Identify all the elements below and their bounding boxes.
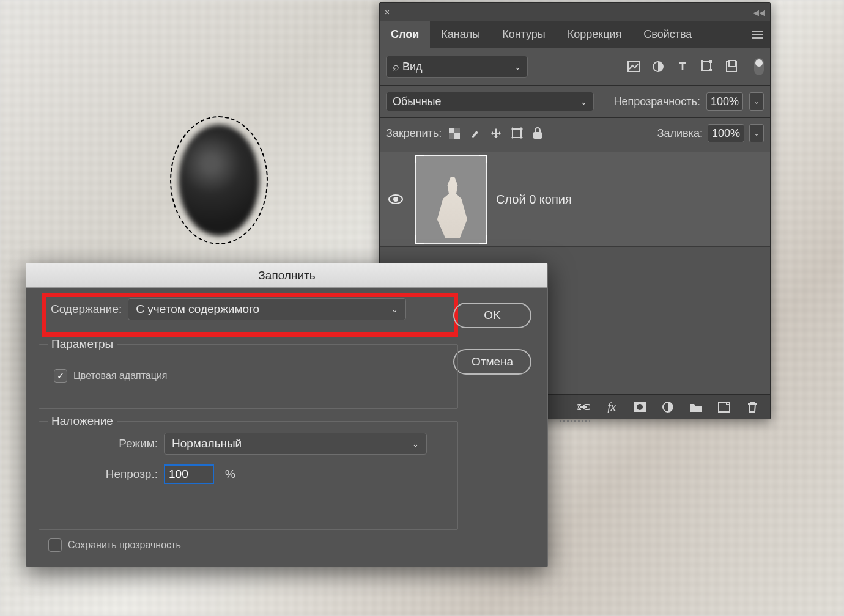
trash-icon[interactable] [746,400,759,414]
opacity-field[interactable]: 100% [706,92,743,111]
panel-tabs: Слои Каналы Контуры Коррекция Свойства [380,21,770,48]
filter-row: ⌕ Вид ⌄ T [380,48,770,86]
link-icon[interactable] [577,400,590,414]
layer-thumbnail[interactable] [415,155,487,244]
svg-rect-13 [513,129,521,138]
tab-adjustments[interactable]: Коррекция [557,21,633,48]
shape-filter-icon[interactable] [700,60,714,73]
content-label: Содержание: [51,302,122,316]
layer-item[interactable]: Слой 0 копия [380,152,770,247]
opacity-label: Непрозр.: [72,468,158,481]
mode-dropdown[interactable]: Нормальный ⌄ [164,433,427,455]
color-adapt-checkbox[interactable] [54,369,67,383]
filter-toggle[interactable] [754,58,764,75]
lock-transparency-icon[interactable] [446,125,462,141]
blend-legend: Наложение [48,414,117,428]
mode-value: Нормальный [172,437,242,450]
preserve-transparency-label: Сохранить прозрачность [68,540,181,551]
svg-rect-8 [729,61,735,67]
chevron-down-icon: ⌄ [514,62,521,72]
tab-paths[interactable]: Контуры [491,21,557,48]
svg-point-22 [637,404,643,410]
panel-menu-icon[interactable] [746,21,770,48]
color-adapt-label: Цветовая адаптация [73,370,168,381]
content-row: Содержание: С учетом содержимого ⌄ [51,298,406,320]
opacity-input[interactable] [164,464,214,484]
svg-rect-9 [449,128,454,133]
cancel-button[interactable]: Отмена [453,349,531,375]
svg-rect-4 [709,61,712,63]
opacity-label: Непрозрачность: [614,95,700,108]
content-value: С учетом содержимого [136,302,259,316]
opacity-stepper[interactable]: ⌄ [749,92,764,111]
chevron-down-icon: ⌄ [412,439,419,449]
fx-icon[interactable]: fx [605,400,618,414]
lock-all-icon[interactable] [530,125,546,141]
adjustment-filter-icon[interactable] [651,60,665,73]
panel-topbar[interactable]: × ◀◀ [380,3,770,21]
params-legend: Параметры [48,337,117,351]
marching-ants [170,116,268,244]
blend-fieldset: Наложение Режим: Нормальный ⌄ Непрозр.: … [39,421,458,530]
svg-rect-11 [454,128,460,133]
blend-row: Обычные ⌄ Непрозрачность: 100% ⌄ [380,86,770,118]
fill-stepper[interactable]: ⌄ [749,124,764,142]
tab-properties[interactable]: Свойства [632,21,703,48]
params-fieldset: Параметры Цветовая адаптация [39,344,458,409]
lock-row: Закрепить: Заливка: 100% ⌄ [380,118,770,149]
lock-move-icon[interactable] [488,125,504,141]
mode-label: Режим: [72,437,158,450]
blend-mode-dropdown[interactable]: Обычные ⌄ [386,92,594,111]
percent-sign: % [225,468,235,481]
color-adapt-row[interactable]: Цветовая адаптация [54,369,449,383]
ok-button[interactable]: OK [453,302,531,328]
svg-rect-18 [533,132,542,139]
adjustment-layer-icon[interactable] [661,400,675,414]
svg-rect-3 [701,61,703,63]
layer-name[interactable]: Слой 0 копия [496,193,572,207]
content-dropdown[interactable]: С учетом содержимого ⌄ [128,298,406,320]
svg-rect-6 [709,69,712,72]
svg-rect-10 [454,133,460,139]
tab-channels[interactable]: Каналы [430,21,491,48]
smartobject-filter-icon[interactable] [725,60,738,73]
fill-dialog: Заполнить Содержание: С учетом содержимо… [26,263,548,567]
resize-grip[interactable] [560,420,590,422]
selection-marquee [170,116,268,244]
dialog-title[interactable]: Заполнить [26,263,547,288]
svg-rect-12 [449,133,454,139]
lock-artboard-icon[interactable] [509,125,525,141]
fill-label: Заливка: [657,127,703,140]
svg-point-20 [393,197,398,202]
new-layer-icon[interactable] [717,400,731,414]
type-filter-icon[interactable]: T [676,60,689,73]
preserve-transparency-checkbox[interactable] [48,538,62,552]
fill-field[interactable]: 100% [708,124,744,142]
tab-layers[interactable]: Слои [380,21,430,48]
collapse-icon[interactable]: ◀◀ [753,8,765,17]
svg-rect-5 [701,69,703,72]
pixel-filter-icon[interactable] [627,60,640,73]
svg-rect-2 [702,62,711,70]
preserve-transparency-row[interactable]: Сохранить прозрачность [48,538,181,552]
svg-rect-24 [719,402,730,412]
lock-label: Закрепить: [386,127,442,140]
mask-icon[interactable] [633,400,646,414]
layer-filter-kind[interactable]: ⌕ Вид ⌄ [386,56,528,78]
lock-brush-icon[interactable] [467,125,483,141]
thumbnail-content [434,177,471,238]
visibility-icon[interactable] [385,194,407,205]
close-icon[interactable]: × [385,7,394,17]
group-icon[interactable] [689,400,703,414]
chevron-down-icon: ⌄ [391,305,398,314]
chevron-down-icon: ⌄ [580,97,587,106]
